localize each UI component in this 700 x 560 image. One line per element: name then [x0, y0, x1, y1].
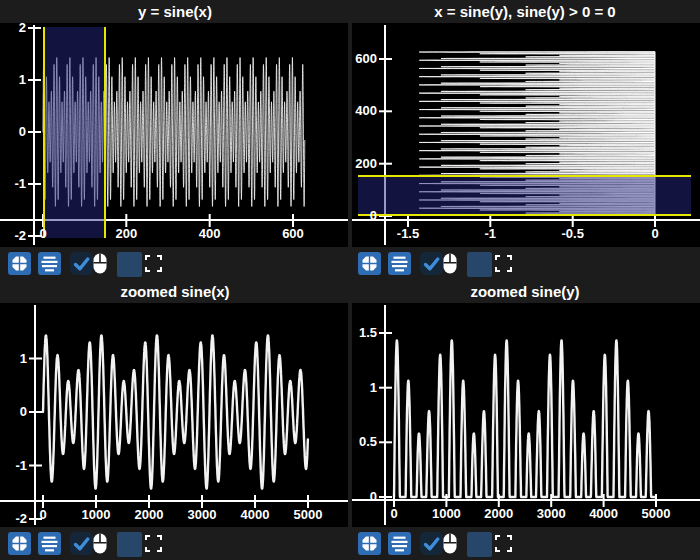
y-tick-label: 1 — [343, 381, 377, 395]
x-tick-label: 600 — [263, 227, 323, 241]
align-lines-icon — [388, 532, 411, 555]
y-tick-label: 1 — [0, 352, 27, 366]
y-tick-label: -2 — [0, 229, 26, 243]
fullscreen-button[interactable] — [495, 535, 512, 552]
align-lines-icon — [38, 252, 61, 275]
y-tick-label: 0 — [343, 490, 377, 504]
y-tick-label: 0 — [0, 125, 26, 139]
align-lines-icon — [388, 252, 411, 275]
x-tick-label: 5000 — [278, 508, 338, 522]
chart-canvas — [0, 303, 348, 527]
chart-toolbar — [0, 247, 350, 280]
mouse-glyph-icon — [93, 533, 107, 554]
move-blocks-icon — [8, 532, 31, 555]
y-tick-label: 400 — [343, 104, 377, 118]
mouse-icon[interactable] — [93, 533, 107, 554]
chart-title: zoomed sine(y) — [350, 280, 700, 303]
chart-title: y = sine(x) — [0, 0, 350, 23]
move-blocks-icon — [358, 252, 381, 275]
mouse-glyph-icon — [443, 253, 457, 274]
align-lines-button[interactable] — [38, 532, 61, 555]
x-tick-label: 4000 — [574, 507, 634, 521]
chart-toolbar — [350, 527, 700, 560]
color-swatch-button[interactable] — [117, 252, 142, 277]
interaction-checkbox[interactable] — [420, 532, 443, 555]
mouse-icon[interactable] — [93, 253, 107, 274]
x-tick-label: -0.5 — [543, 227, 603, 241]
move-button[interactable] — [358, 532, 381, 555]
checkmark-icon — [420, 252, 443, 275]
x-tick-label: 2000 — [119, 508, 179, 522]
y-tick-label: -1 — [0, 459, 27, 473]
color-swatch-button[interactable] — [467, 532, 492, 557]
chart-toolbar — [0, 527, 350, 560]
align-lines-button[interactable] — [388, 532, 411, 555]
color-swatch-button[interactable] — [117, 532, 142, 557]
move-button[interactable] — [8, 252, 31, 275]
x-tick-label: 1000 — [416, 507, 476, 521]
x-tick-label: 3000 — [521, 507, 581, 521]
chart-panel-zoomed-sine-x: zoomed sine(x) 01000200030004000500010-1… — [0, 280, 350, 560]
checkmark-icon — [70, 532, 93, 555]
y-tick-label: 0.5 — [343, 435, 377, 449]
checkmark-icon — [420, 532, 443, 555]
y-tick-label: 1.5 — [343, 326, 377, 340]
x-tick-label: 4000 — [225, 508, 285, 522]
y-tick-label: -2 — [0, 512, 27, 526]
x-tick-label: 0 — [625, 227, 685, 241]
interaction-checkbox[interactable] — [70, 532, 93, 555]
y-tick-label: -1 — [0, 177, 26, 191]
chart-plot-area[interactable]: -1.5-1-0.500200400600 — [352, 23, 700, 247]
x-tick-label: 3000 — [172, 508, 232, 522]
y-tick-label: 600 — [343, 52, 377, 66]
mouse-icon[interactable] — [443, 533, 457, 554]
fullscreen-corners-icon — [145, 535, 162, 552]
fullscreen-corners-icon — [495, 535, 512, 552]
selection-region[interactable] — [358, 175, 691, 216]
move-blocks-icon — [358, 532, 381, 555]
y-tick-label: 1 — [0, 73, 26, 87]
x-tick-label: 1000 — [66, 508, 126, 522]
mouse-glyph-icon — [443, 533, 457, 554]
move-button[interactable] — [8, 532, 31, 555]
mouse-icon[interactable] — [443, 253, 457, 274]
y-tick-label: 0 — [343, 209, 377, 223]
chart-panel-sine-y: x = sine(y), sine(y) > 0 = 0 -1.5-1-0.50… — [350, 0, 700, 280]
x-tick-label: 2000 — [469, 507, 529, 521]
interaction-checkbox[interactable] — [420, 252, 443, 275]
chart-panel-zoomed-sine-y: zoomed sine(y) 01000200030004000500000.5… — [350, 280, 700, 560]
x-tick-label: -1 — [460, 227, 520, 241]
x-tick-label: 0 — [364, 507, 424, 521]
chart-canvas — [352, 303, 700, 527]
x-tick-label: 200 — [96, 227, 156, 241]
chart-panel-sine-x: y = sine(x) 0200400600210-1-2 — [0, 0, 350, 280]
fullscreen-corners-icon — [495, 255, 512, 272]
move-blocks-icon — [8, 252, 31, 275]
mouse-glyph-icon — [93, 253, 107, 274]
fullscreen-button[interactable] — [145, 255, 162, 272]
x-tick-label: -1.5 — [378, 227, 438, 241]
fullscreen-corners-icon — [145, 255, 162, 272]
chart-title: x = sine(y), sine(y) > 0 = 0 — [350, 0, 700, 23]
align-lines-button[interactable] — [388, 252, 411, 275]
y-tick-label: 200 — [343, 157, 377, 171]
color-swatch-button[interactable] — [467, 252, 492, 277]
move-button[interactable] — [358, 252, 381, 275]
chart-title: zoomed sine(x) — [0, 280, 350, 303]
chart-plot-area[interactable]: 01000200030004000500010-1-2 — [0, 303, 348, 527]
fullscreen-button[interactable] — [495, 255, 512, 272]
chart-plot-area[interactable]: 01000200030004000500000.511.5 — [352, 303, 700, 527]
x-tick-label: 400 — [180, 227, 240, 241]
y-tick-label: 2 — [0, 21, 26, 35]
align-lines-button[interactable] — [38, 252, 61, 275]
chart-toolbar — [350, 247, 700, 280]
chart-plot-area[interactable]: 0200400600210-1-2 — [0, 23, 348, 247]
interaction-checkbox[interactable] — [70, 252, 93, 275]
align-lines-icon — [38, 532, 61, 555]
checkmark-icon — [70, 252, 93, 275]
fullscreen-button[interactable] — [145, 535, 162, 552]
selection-region[interactable] — [43, 27, 106, 238]
y-tick-label: 0 — [0, 405, 27, 419]
x-tick-label: 5000 — [626, 507, 686, 521]
